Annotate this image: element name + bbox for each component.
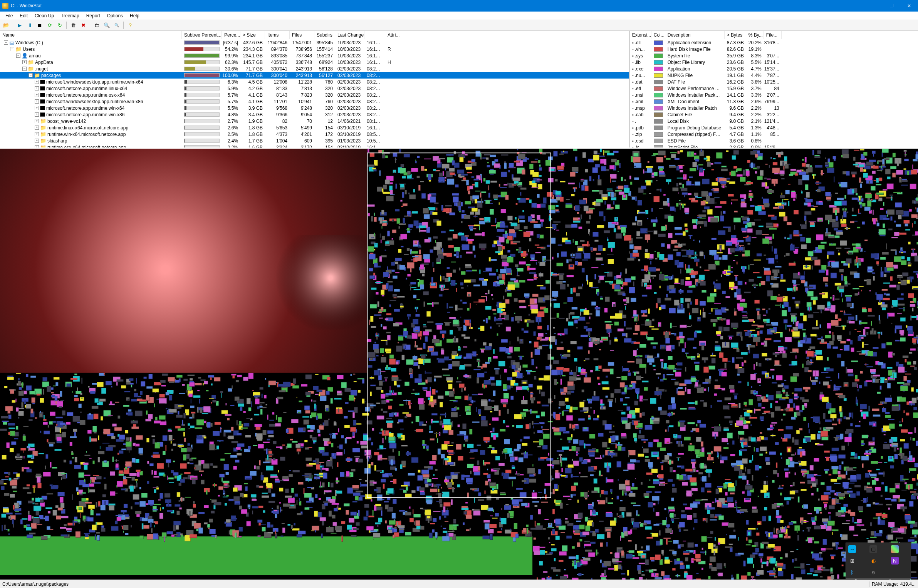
- col-attr[interactable]: Attri...: [385, 31, 402, 39]
- expander-icon[interactable]: −: [22, 67, 27, 71]
- tray-defender-icon[interactable]: ⊞: [848, 557, 856, 565]
- toolbar-stop-icon[interactable]: ⏹: [35, 21, 44, 30]
- ext-row[interactable]: ▫.exe Application 20.5 GB 4.7% 15'37...: [630, 65, 918, 72]
- close-button[interactable]: ✕: [900, 0, 918, 12]
- menu-edit[interactable]: Edit: [17, 12, 31, 19]
- toolbar-open-icon[interactable]: 📂: [2, 21, 11, 30]
- ext-row[interactable]: ▫.nu... NUPKG File 19.1 GB 4.4% 7'87...: [630, 72, 918, 79]
- col-items[interactable]: Items: [265, 31, 290, 39]
- ext-row[interactable]: ▫.dll Application extension 87.3 GB 20.2…: [630, 39, 918, 46]
- expander-icon[interactable]: +: [35, 112, 39, 117]
- tray-bluetooth-icon[interactable]: ᛒ: [848, 568, 856, 576]
- tree-row[interactable]: +microsoft.netcore.app.runtime.linux-x64…: [0, 85, 629, 92]
- ext-row[interactable]: ▫.zip Compressed (zipped) Folder 4.7 GB …: [630, 131, 918, 137]
- expander-icon[interactable]: +: [35, 93, 39, 97]
- tree-row[interactable]: −📁.nuget 30.6% 71.7 GB 300'041 243'913 5…: [0, 65, 629, 72]
- tree-row[interactable]: +📁runtime.osx-x64.microsoft.netcore.app …: [0, 144, 629, 147]
- ext-row[interactable]: ▫.pdb Program Debug Database 5.4 GB 1.3%…: [630, 124, 918, 131]
- ext-row[interactable]: ▫.lib Object File Library 23.6 GB 5.5% 1…: [630, 59, 918, 65]
- tray-onenote-icon[interactable]: N: [891, 557, 899, 565]
- expander-icon[interactable]: −: [29, 73, 33, 77]
- extension-list[interactable]: Extensi... Col... Description > Bytes % …: [630, 31, 918, 147]
- expander-icon[interactable]: +: [35, 119, 39, 123]
- tree-row[interactable]: +microsoft.windowsdesktop.app.runtime.wi…: [0, 79, 629, 85]
- expander-icon[interactable]: +: [35, 106, 39, 110]
- toolbar-trash-icon[interactable]: 🗑: [69, 21, 78, 30]
- col-desc[interactable]: Description: [665, 31, 725, 39]
- tray-teamviewer-icon[interactable]: ↔: [848, 545, 856, 553]
- expander-icon[interactable]: +: [35, 145, 39, 147]
- tree-row[interactable]: +microsoft.netcore.app.runtime.osx-x64 5…: [0, 92, 629, 98]
- col-ext[interactable]: Extensi...: [630, 31, 651, 39]
- toolbar-delete-icon[interactable]: ✖: [79, 21, 88, 30]
- treemap-view[interactable]: [0, 149, 918, 580]
- ext-row[interactable]: ▫. Local Disk 9.0 GB 2.1% 121'4...: [630, 118, 918, 124]
- col-size[interactable]: > Size: [240, 31, 265, 39]
- ext-row[interactable]: ▫.msi Windows Installer Package 14.1 GB …: [630, 92, 918, 98]
- tree-row[interactable]: +microsoft.windowsdesktop.app.runtime.wi…: [0, 98, 629, 105]
- tree-row[interactable]: +📁boost_wave-vc142 2.7% 1.9 GB 82 70 12 …: [0, 118, 629, 124]
- expander-icon[interactable]: +: [22, 60, 27, 64]
- tree-row[interactable]: −📁packages 100.0% 71.7 GB 300'040 243'91…: [0, 72, 629, 79]
- toolbar-zoomin-icon[interactable]: 🔍: [102, 21, 111, 30]
- menu-treemap[interactable]: Treemap: [58, 12, 82, 19]
- toolbar-play-icon[interactable]: ▶: [15, 21, 24, 30]
- tray-app4-icon[interactable]: ⎋: [869, 568, 877, 576]
- tree-row[interactable]: −👤arnau 99.9% 234.1 GB 893'085 737'848 1…: [0, 52, 629, 59]
- col-pctby[interactable]: % By...: [746, 31, 764, 39]
- tree-row[interactable]: +📁skiasharp 2.4% 1.7 GB 1'004 609 395 01…: [0, 137, 629, 144]
- expander-icon[interactable]: −: [16, 54, 20, 58]
- expander-icon[interactable]: +: [35, 99, 39, 104]
- ext-row[interactable]: ▫.xml XML Document 11.3 GB 2.6% 76'99...: [630, 98, 918, 105]
- col-filecount[interactable]: File...: [764, 31, 782, 39]
- col-bytes[interactable]: > Bytes: [725, 31, 746, 39]
- ext-row[interactable]: ▫.msp Windows Installer Patch 9.6 GB 2.2…: [630, 105, 918, 111]
- menu-cleanup[interactable]: Clean Up: [32, 12, 57, 19]
- tray-app1-icon[interactable]: ▢: [869, 545, 877, 553]
- tree-row[interactable]: +microsoft.netcore.app.runtime.win-x64 5…: [0, 105, 629, 111]
- expander-icon[interactable]: +: [35, 80, 39, 84]
- directory-tree[interactable]: Name Subtree Percent... Perce... > Size …: [0, 31, 630, 147]
- menu-file[interactable]: File: [2, 12, 16, 19]
- toolbar-pause-icon[interactable]: ⏸: [25, 21, 34, 30]
- expander-icon[interactable]: −: [10, 47, 14, 51]
- expander-icon[interactable]: +: [35, 139, 39, 143]
- tree-row[interactable]: +📁AppData 62.3% 145.7 GB 405'672 336'748…: [0, 59, 629, 65]
- toolbar-reload-icon[interactable]: ↻: [55, 21, 64, 30]
- toolbar-zoomout-icon[interactable]: 🔍: [112, 21, 121, 30]
- toolbar-help-icon[interactable]: ?: [126, 21, 135, 30]
- col-time[interactable]: [364, 31, 385, 39]
- tree-row[interactable]: +📁runtime.linux-x64.microsoft.netcore.ap…: [0, 124, 629, 131]
- expander-icon[interactable]: −: [4, 40, 8, 45]
- col-color[interactable]: Col...: [651, 31, 665, 39]
- expander-icon[interactable]: +: [35, 86, 39, 90]
- toolbar-refresh-icon[interactable]: ⟳: [45, 21, 54, 30]
- menu-options[interactable]: Options: [104, 12, 126, 19]
- ext-row[interactable]: ▫.esd ESD File 3.6 GB 0.8%: [630, 137, 918, 144]
- menu-help[interactable]: Help: [127, 12, 143, 19]
- col-subtree[interactable]: Subtree Percent...: [182, 31, 222, 39]
- col-files[interactable]: Files: [290, 31, 314, 39]
- maximize-button[interactable]: ☐: [883, 0, 900, 12]
- ext-row[interactable]: ▫.etl Windows Performance Anal... 15.9 G…: [630, 85, 918, 92]
- col-subdirs[interactable]: Subdirs: [314, 31, 335, 39]
- ext-row[interactable]: ▫.vh... Hard Disk Image File 82.6 GB 19.…: [630, 46, 918, 52]
- col-percent[interactable]: Perce...: [222, 31, 240, 39]
- menu-report[interactable]: Report: [83, 12, 103, 19]
- ext-row[interactable]: ▫.cab Cabinet File 9.4 GB 2.2% 3'22...: [630, 111, 918, 118]
- expander-icon[interactable]: +: [35, 132, 39, 136]
- tray-app5-icon[interactable]: [891, 568, 899, 576]
- ext-row[interactable]: ▫.js JavaScript File 2.8 GB 0.6% 154'9..…: [630, 144, 918, 147]
- toolbar-explorer-icon[interactable]: 🗀: [92, 21, 101, 30]
- tree-row[interactable]: −📁Users 54.2% 234.3 GB 894'370 738'956 1…: [0, 46, 629, 52]
- col-name[interactable]: Name: [0, 31, 182, 39]
- tree-row[interactable]: −🖴Windows (C:) [6:37 s] 432.6 GB 1'942'8…: [0, 39, 629, 46]
- tray-app2-icon[interactable]: [891, 545, 899, 553]
- minimize-button[interactable]: ─: [865, 0, 883, 12]
- tree-row[interactable]: +📁runtime.win-x64.microsoft.netcore.app …: [0, 131, 629, 137]
- tree-row[interactable]: +microsoft.netcore.app.runtime.win-x86 4…: [0, 111, 629, 118]
- ext-row[interactable]: ▫.sys System file 35.9 GB 8.3% 3'07...: [630, 52, 918, 59]
- ext-row[interactable]: ▫.dat DAT File 16.2 GB 3.8% 10'25...: [630, 79, 918, 85]
- col-lastchange[interactable]: Last Change: [335, 31, 364, 39]
- system-tray-overflow[interactable]: ↔ ▢ ⊞ ◐ N ᛒ ⎋: [846, 543, 911, 579]
